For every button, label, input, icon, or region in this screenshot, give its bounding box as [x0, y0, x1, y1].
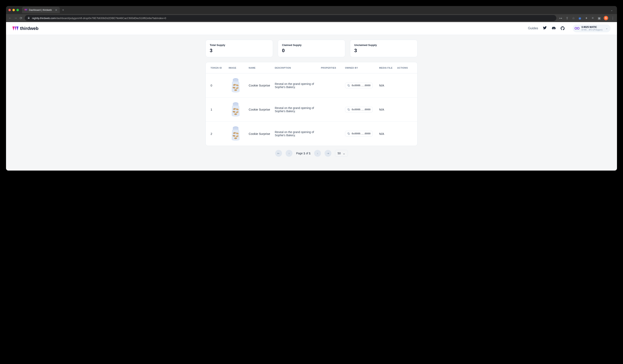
address-text: 0x0000...0000	[352, 84, 371, 87]
table-header: TOKEN ID IMAGE NAME DESCRIPTION PROPERTI…	[206, 62, 417, 73]
copy-icon	[347, 84, 350, 87]
td-image	[229, 102, 249, 118]
copy-icon	[347, 132, 350, 135]
td-description: Reveal on the grand opening of Sophie's …	[275, 106, 321, 113]
next-page-button[interactable]: ›	[314, 150, 321, 157]
main-content: Total Supply 3 Claimed Supply 0 Unclaime…	[199, 35, 424, 167]
td-name: Cookie Surprise	[249, 108, 275, 111]
stat-label: Claimed Supply	[282, 43, 341, 46]
svg-rect-22	[348, 133, 349, 134]
lock-icon	[27, 17, 30, 20]
th-name: NAME	[249, 67, 275, 69]
address-pill[interactable]: 0x0000...0000	[345, 107, 373, 112]
td-media-file: N/A	[379, 108, 397, 111]
address-text: 0x0000...0000	[352, 132, 371, 135]
td-token-id: 2	[211, 132, 229, 135]
close-window-button[interactable]	[8, 9, 11, 11]
th-owned-by: OWNED BY	[345, 67, 379, 69]
table-row[interactable]: 2 Cookie Surprise Reveal on the grand op…	[206, 122, 417, 146]
svg-point-14	[234, 113, 237, 115]
address-pill[interactable]: 0x0000...0000	[345, 83, 373, 88]
browser-tab[interactable]: Dashboard | thirdweb ✕	[22, 7, 60, 13]
share-icon[interactable]: ⇪	[565, 16, 569, 20]
address-text: 0x0000...0000	[352, 108, 371, 111]
table-row[interactable]: 1 Cookie Surprise Reveal on the grand op…	[206, 98, 417, 122]
stat-label: Total Supply	[210, 43, 269, 46]
th-token-id: TOKEN ID	[211, 67, 229, 69]
puzzle-icon[interactable]: ✦	[584, 16, 588, 20]
stat-value: 0	[282, 48, 341, 53]
page-info: Page 1 of 1	[296, 152, 311, 155]
maximize-window-button[interactable]	[17, 9, 19, 11]
td-description: Reveal on the grand opening of Sophie's …	[275, 82, 321, 89]
th-image: IMAGE	[229, 67, 249, 69]
tabs-menu-button[interactable]: ⌄	[611, 8, 613, 12]
stat-value: 3	[354, 48, 413, 53]
twitter-icon[interactable]	[543, 26, 547, 30]
url-domain: nightly.thirdweb.com	[32, 17, 56, 20]
td-owned-by: 0x0000...0000	[345, 107, 379, 112]
nft-thumbnail-icon	[229, 77, 243, 93]
first-page-button[interactable]: ⇤	[275, 150, 282, 157]
svg-point-21	[234, 137, 237, 139]
brand-name: thirdweb	[20, 26, 39, 31]
stat-card-claimed-supply: Claimed Supply 0	[278, 40, 345, 57]
stats-row: Total Supply 3 Claimed Supply 0 Unclaime…	[205, 40, 418, 57]
prev-page-button[interactable]: ‹	[286, 150, 292, 157]
pagination: ⇤ ‹ Page 1 of 1 › ⇥ 50 ⌄	[205, 146, 418, 162]
nft-thumbnail-icon	[229, 102, 243, 118]
nft-thumbnail-icon	[229, 126, 243, 142]
td-description: Reveal on the grand opening of Sophie's …	[275, 130, 321, 137]
star-icon[interactable]: ☆	[572, 16, 575, 20]
td-owned-by: 0x0000...0000	[345, 131, 379, 136]
last-page-button[interactable]: ⇥	[325, 150, 331, 157]
toolbar-icons: ⊶ ⇪ ☆ ◉ ✦ ≡ ▣ S ⋮	[559, 16, 615, 20]
app-header: thirdweb Guides 0	[6, 22, 617, 35]
page-size-select[interactable]: 50 ⌄	[335, 150, 348, 157]
svg-point-1	[577, 27, 579, 29]
brand-logo[interactable]: thirdweb	[12, 26, 39, 31]
td-token-id: 1	[211, 108, 229, 111]
url-bar: ← → ⟳ nightly.thirdweb.com/dashboard/pol…	[6, 14, 617, 22]
address-bar[interactable]: nightly.thirdweb.com/dashboard/polygon/n…	[25, 15, 556, 21]
svg-point-7	[234, 89, 237, 91]
th-properties: PROPERTIES	[321, 67, 345, 69]
thirdweb-logo-icon	[12, 26, 19, 30]
svg-rect-15	[348, 109, 349, 110]
stat-label: Unclaimed Supply	[354, 43, 413, 46]
extension-icon[interactable]: ◉	[578, 16, 582, 20]
github-icon[interactable]	[561, 26, 565, 30]
td-name: Cookie Surprise	[249, 132, 275, 135]
reload-button[interactable]: ⟳	[20, 16, 22, 20]
td-token-id: 0	[211, 84, 229, 87]
th-media-file: MEDIA FILE	[379, 67, 397, 69]
header-links: Guides 0.9025 MATIC 0×44…4F3 (Poly	[528, 24, 611, 33]
discord-icon[interactable]	[552, 26, 556, 30]
td-media-file: N/A	[379, 132, 397, 135]
td-image	[229, 77, 249, 93]
table-row[interactable]: 0 Cookie Surprise Reveal on the grand op…	[206, 73, 417, 98]
playlist-icon[interactable]: ≡	[591, 16, 595, 20]
new-tab-button[interactable]: +	[62, 8, 64, 12]
key-icon[interactable]: ⊶	[559, 16, 562, 20]
wallet-button[interactable]: 0.9025 MATIC 0×44…4F3 (Polygon) ⌄	[573, 24, 611, 33]
minimize-window-button[interactable]	[12, 9, 15, 11]
wallet-address: 0×44…4F3 (Polygon)	[581, 28, 602, 31]
svg-rect-8	[348, 85, 349, 86]
nft-table: TOKEN ID IMAGE NAME DESCRIPTION PROPERTI…	[205, 62, 418, 146]
kebab-menu-icon[interactable]: ⋮	[611, 16, 615, 20]
stat-card-total-supply: Total Supply 3	[205, 40, 273, 57]
address-pill[interactable]: 0x0000...0000	[345, 131, 373, 136]
td-owned-by: 0x0000...0000	[345, 83, 379, 88]
tab-favicon-icon	[24, 9, 27, 11]
guides-link[interactable]: Guides	[528, 26, 538, 30]
tab-bar: Dashboard | thirdweb ✕ + ⌄	[6, 6, 617, 14]
stat-value: 3	[210, 48, 269, 53]
panel-icon[interactable]: ▣	[597, 16, 601, 20]
browser-window: Dashboard | thirdweb ✕ + ⌄ ← → ⟳ nightly…	[6, 6, 617, 171]
profile-avatar[interactable]: S	[604, 16, 608, 20]
stat-card-unclaimed-supply: Unclaimed Supply 3	[350, 40, 418, 57]
close-tab-button[interactable]: ✕	[55, 8, 57, 12]
back-button[interactable]: ←	[8, 16, 12, 20]
forward-button[interactable]: →	[14, 16, 17, 20]
